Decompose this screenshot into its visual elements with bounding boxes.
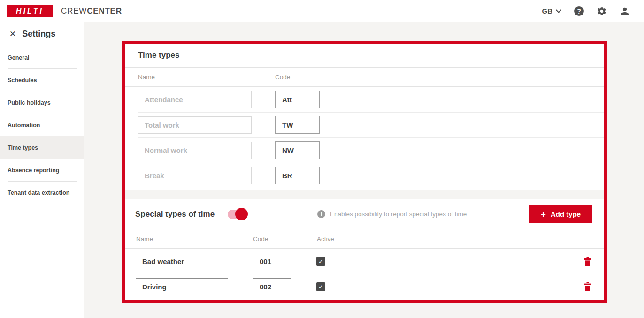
table-row: ✓ xyxy=(125,274,604,299)
sidebar-item-label: Absence reporting xyxy=(8,167,59,174)
sidebar-item-label: Time types xyxy=(8,144,38,151)
help-button[interactable]: ? xyxy=(574,6,584,16)
time-types-table-header: Name Code xyxy=(125,68,604,87)
sidebar-item-absence-reporting[interactable]: Absence reporting xyxy=(0,159,84,182)
time-type-code-input[interactable] xyxy=(275,116,320,134)
sidebar-item-label: Schedules xyxy=(8,77,37,83)
locale-label: GB xyxy=(542,7,553,15)
special-types-card: Special types of time i Enables possibil… xyxy=(125,199,604,300)
time-type-code-input[interactable] xyxy=(275,91,320,108)
column-header-code: Code xyxy=(253,235,317,242)
delete-row-button[interactable] xyxy=(584,257,591,266)
sidebar-item-time-types[interactable]: Time types xyxy=(0,136,84,159)
app-screen: HILTI CREWCENTER GB ? xyxy=(0,0,644,318)
column-header-code: Code xyxy=(275,74,290,81)
sidebar-item-label: General xyxy=(8,54,30,61)
column-header-active: Active xyxy=(317,235,334,242)
sidebar-item-tenant-data-extraction[interactable]: Tenant data extraction xyxy=(0,182,84,204)
time-types-title: Time types xyxy=(138,51,180,60)
sidebar-item-schedules[interactable]: Schedules xyxy=(0,69,84,91)
sidebar-item-automation[interactable]: Automation xyxy=(0,114,84,136)
gear-icon xyxy=(597,6,607,16)
locale-selector[interactable]: GB xyxy=(542,7,562,15)
info-icon: i xyxy=(317,210,325,218)
sidebar-item-label: Public holidays xyxy=(8,99,51,106)
delete-row-button[interactable] xyxy=(584,282,591,291)
time-types-card: Time types Name Code xyxy=(125,44,604,190)
time-type-name-input[interactable] xyxy=(138,167,252,184)
active-checkbox[interactable]: ✓ xyxy=(316,282,325,291)
table-row xyxy=(125,87,604,112)
main-content: Time types Name Code xyxy=(84,22,644,318)
special-types-toggle[interactable] xyxy=(228,210,246,219)
sidebar-item-label: Automation xyxy=(8,122,40,129)
sidebar-header: ✕ Settings xyxy=(0,22,84,46)
settings-sidebar: ✕ Settings General Schedules Public holi… xyxy=(0,22,84,318)
help-icon: ? xyxy=(574,6,584,16)
special-type-code-input[interactable] xyxy=(253,278,291,295)
sidebar-item-general[interactable]: General xyxy=(0,46,84,69)
plus-icon: + xyxy=(541,210,546,219)
chevron-down-icon xyxy=(556,9,561,13)
sidebar-item-label: Tenant data extraction xyxy=(8,189,69,196)
hilti-logo[interactable]: HILTI xyxy=(7,5,53,17)
top-header: HILTI CREWCENTER GB ? xyxy=(0,0,644,22)
special-type-code-input[interactable] xyxy=(253,253,291,270)
person-icon xyxy=(620,6,630,16)
special-type-name-input[interactable] xyxy=(136,278,228,295)
table-row xyxy=(125,112,604,137)
info-group: i Enables possibility to report special … xyxy=(317,199,467,229)
hilti-logo-text: HILTI xyxy=(16,7,44,15)
close-icon[interactable]: ✕ xyxy=(9,30,16,38)
special-types-title: Special types of time xyxy=(135,210,215,219)
header-actions: GB ? xyxy=(542,6,644,16)
time-type-name-input[interactable] xyxy=(138,91,252,108)
card-gap xyxy=(125,190,604,199)
trash-icon xyxy=(584,282,591,291)
special-types-table-header: Name Code Active xyxy=(125,229,604,249)
highlighted-settings-panel: Time types Name Code xyxy=(122,41,607,303)
trash-icon xyxy=(584,257,591,266)
app-title-regular: CREW xyxy=(61,7,87,15)
column-header-name: Name xyxy=(138,74,275,81)
time-type-name-input[interactable] xyxy=(138,142,252,159)
time-type-name-input[interactable] xyxy=(138,116,252,134)
time-type-code-input[interactable] xyxy=(275,167,320,184)
info-text: Enables possibility to report special ty… xyxy=(330,211,467,218)
settings-button[interactable] xyxy=(597,6,607,16)
account-button[interactable] xyxy=(620,6,630,16)
special-type-name-input[interactable] xyxy=(136,253,228,270)
sidebar-item-public-holidays[interactable]: Public holidays xyxy=(0,91,84,114)
app-title-bold: CENTER xyxy=(87,7,122,15)
add-type-button[interactable]: + Add type xyxy=(529,205,592,223)
toggle-knob xyxy=(235,208,248,220)
column-header-name: Name xyxy=(136,235,253,242)
add-type-label: Add type xyxy=(551,210,581,218)
table-row xyxy=(125,163,604,188)
table-row: ✓ xyxy=(125,249,604,274)
table-row xyxy=(125,137,604,163)
active-checkbox[interactable]: ✓ xyxy=(316,257,325,266)
sidebar-title: Settings xyxy=(22,29,55,39)
app-title: CREWCENTER xyxy=(61,7,122,16)
time-type-code-input[interactable] xyxy=(275,141,320,159)
